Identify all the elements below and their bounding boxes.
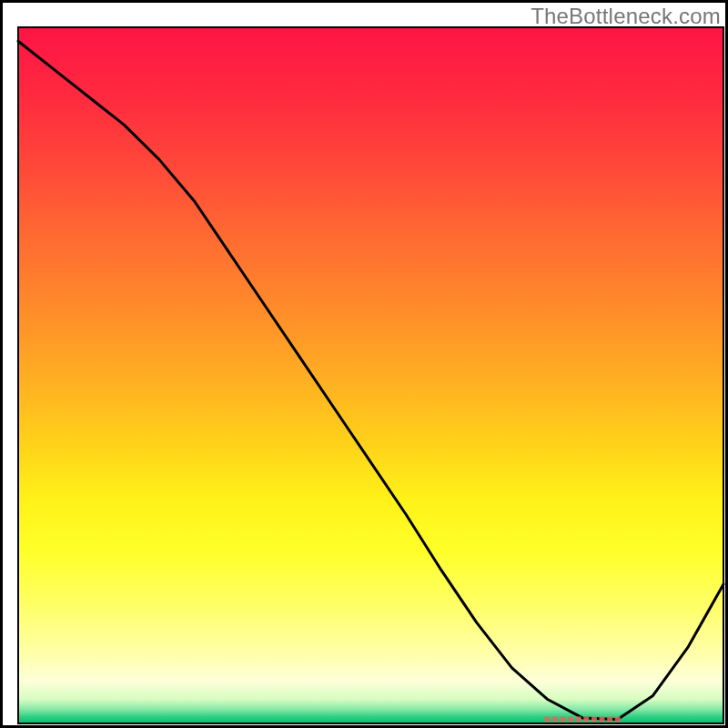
svg-rect-1 — [552, 716, 558, 722]
svg-rect-7 — [600, 716, 605, 722]
svg-rect-4 — [576, 716, 581, 722]
svg-rect-2 — [560, 716, 565, 722]
svg-rect-9 — [615, 716, 621, 722]
svg-rect-6 — [592, 716, 597, 722]
chart-stage: TheBottleneck.com — [0, 0, 728, 728]
bottleneck-chart — [0, 0, 728, 728]
svg-rect-0 — [544, 716, 550, 722]
svg-rect-5 — [583, 716, 589, 722]
plot-background — [18, 27, 723, 723]
svg-rect-3 — [568, 716, 573, 722]
svg-rect-8 — [607, 716, 612, 722]
